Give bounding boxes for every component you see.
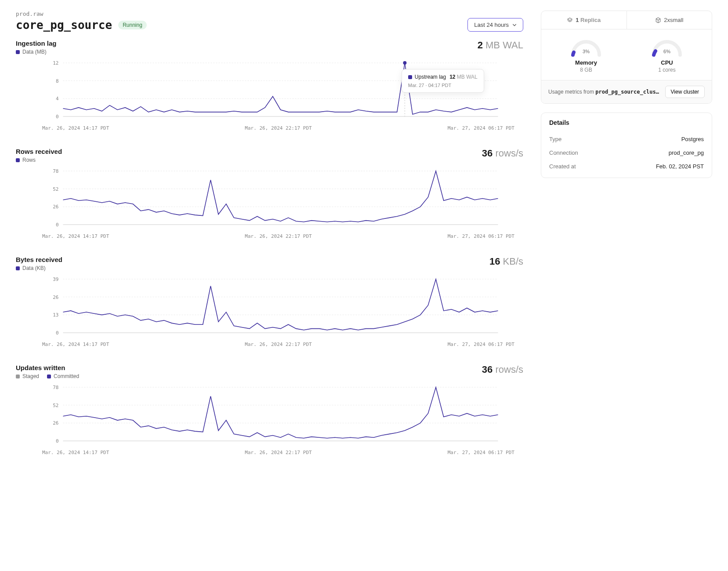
svg-text:52: 52 — [53, 186, 58, 192]
svg-text:0: 0 — [56, 222, 59, 228]
chart-plot[interactable]: 0265278 — [16, 381, 523, 447]
chart-summary: 16 KB/s — [489, 256, 523, 267]
legend-item: Data (KB) — [16, 265, 46, 271]
svg-text:26: 26 — [53, 295, 58, 300]
svg-text:39: 39 — [53, 276, 58, 282]
chart-title: Updates written — [16, 364, 79, 371]
svg-text:78: 78 — [53, 385, 58, 390]
legend-item: Data (MB) — [16, 49, 47, 55]
chart-summary: 2 MB WAL — [478, 40, 523, 51]
svg-text:26: 26 — [53, 420, 58, 426]
chart-tooltip: Upstream lag12 MB WALMar. 27 · 04:17 PDT — [402, 69, 484, 93]
x-axis: Mar. 26, 2024 14:17 PDTMar. 26, 2024 22:… — [16, 450, 523, 455]
detail-row-type: TypePostgres — [541, 132, 712, 146]
time-range-button[interactable]: Last 24 hours — [467, 18, 523, 32]
svg-text:8: 8 — [56, 78, 59, 84]
svg-text:0: 0 — [56, 114, 59, 120]
view-cluster-button[interactable]: View cluster — [665, 86, 705, 98]
chart-bytes-received: Bytes receivedData (KB)16 KB/s0132639Mar… — [16, 256, 523, 347]
svg-text:4: 4 — [56, 96, 59, 102]
breadcrumb[interactable]: prod.raw — [16, 11, 523, 17]
details-panel: Details TypePostgres Connectionprod_core… — [541, 113, 712, 178]
page-title: core_pg_source — [16, 18, 112, 32]
usage-metrics-text: Usage metrics from prod_pg_source_clus… — [548, 89, 659, 95]
detail-row-connection: Connectionprod_core_pg — [541, 146, 712, 160]
chart-rows-received: Rows receivedRows36 rows/s0265278Mar. 26… — [16, 148, 523, 239]
tab-size[interactable]: 2xsmall — [627, 11, 712, 29]
chart-plot[interactable]: 0132639 — [16, 273, 523, 339]
layers-icon — [567, 17, 573, 23]
svg-text:52: 52 — [53, 403, 58, 408]
time-range-label: Last 24 hours — [474, 22, 509, 28]
chevron-down-icon — [512, 23, 517, 27]
legend-item: Staged — [16, 373, 39, 379]
tab-replica[interactable]: 1 Replica — [541, 11, 627, 29]
svg-text:12: 12 — [53, 60, 58, 66]
chart-title: Ingestion lag — [16, 40, 57, 47]
chart-ingestion-lag: Ingestion lagData (MB)2 MB WAL04812Upstr… — [16, 40, 523, 131]
chart-title: Rows received — [16, 148, 62, 155]
chart-summary: 36 rows/s — [482, 364, 523, 375]
gauge-memory: 3% Memory 8 GB — [569, 37, 604, 73]
svg-text:6%: 6% — [663, 49, 670, 54]
cluster-panel: 1 Replica 2xsmall 3% Memory 8 GB — [541, 11, 712, 104]
cube-icon — [655, 17, 661, 23]
chart-updates-written: Updates writtenStagedCommitted36 rows/s0… — [16, 364, 523, 455]
chart-summary: 36 rows/s — [482, 148, 523, 159]
chart-plot[interactable]: 0265278 — [16, 165, 523, 231]
svg-text:0: 0 — [56, 330, 59, 336]
svg-text:26: 26 — [53, 204, 58, 210]
gauge-cpu: 6% CPU 1 cores — [649, 37, 685, 73]
x-axis: Mar. 26, 2024 14:17 PDTMar. 26, 2024 22:… — [16, 342, 523, 347]
x-axis: Mar. 26, 2024 14:17 PDTMar. 26, 2024 22:… — [16, 125, 523, 131]
svg-text:13: 13 — [53, 312, 58, 318]
detail-row-created: Created atFeb. 02, 2024 PST — [541, 160, 712, 173]
legend-item: Rows — [16, 157, 36, 163]
svg-point-9 — [403, 61, 406, 65]
svg-text:3%: 3% — [583, 49, 590, 54]
x-axis: Mar. 26, 2024 14:17 PDTMar. 26, 2024 22:… — [16, 233, 523, 239]
legend-item: Committed — [47, 373, 79, 379]
svg-text:78: 78 — [53, 168, 58, 174]
details-title: Details — [541, 113, 712, 132]
svg-text:0: 0 — [56, 438, 59, 444]
status-badge: Running — [118, 21, 147, 29]
chart-title: Bytes received — [16, 256, 62, 263]
